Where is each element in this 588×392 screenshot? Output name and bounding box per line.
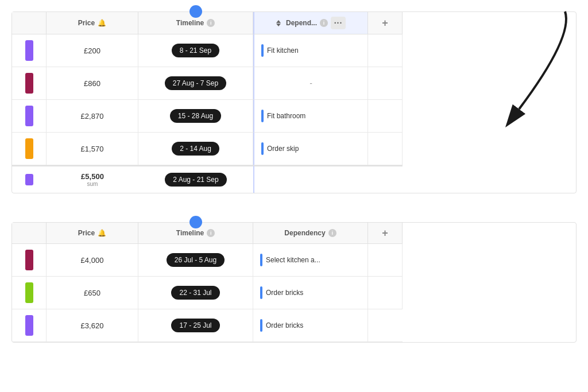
add-col-icon-1[interactable]: + [380, 17, 391, 29]
summary-price-1: £5,500 sum [47, 165, 138, 193]
sort-down-1 [194, 12, 198, 15]
row2-empty-1 [368, 67, 403, 100]
s2-dep-text-row3: Order bricks [266, 321, 303, 329]
row4-color-1 [12, 133, 47, 165]
color-swatch-row4-1 [25, 138, 33, 159]
s2-row1-timeline: 26 Jul - 5 Aug [138, 244, 253, 277]
dep-sort-indicator-1 [276, 20, 281, 26]
table-container-2: Price 🔔 Timeline i Dependency i + [11, 222, 577, 343]
row4-timeline-1: 2 - 14 Aug [138, 133, 253, 165]
dep-text-row1-1: Fit kitchen [267, 46, 299, 55]
row2-timeline-1: 27 Aug - 7 Sep [138, 67, 253, 100]
row4-empty-1 [368, 133, 403, 165]
sort-up-2 [194, 219, 198, 222]
dep-bar-row3-1 [261, 110, 264, 122]
row3-empty-1 [368, 100, 403, 133]
row3-color-1 [12, 100, 47, 133]
summary-timeline-pill-1: 2 Aug - 21 Sep [165, 173, 226, 187]
depends-more-icon-1[interactable]: ··· [331, 17, 346, 29]
timeline-pill-row3-1: 15 - 28 Aug [170, 109, 221, 123]
sort-down-2 [194, 223, 198, 226]
s2-row1-empty [368, 244, 403, 277]
row1-color-1 [12, 34, 47, 67]
price-bell-icon-1: 🔔 [98, 19, 106, 27]
price-value-row1-1: £200 [84, 46, 100, 55]
depends-label-1: Depend... [286, 19, 317, 27]
s2-dep-bar-row2 [260, 286, 262, 299]
s2-timeline-pill-row3: 17 - 25 Jul [171, 319, 219, 332]
row2-color-1 [12, 67, 47, 100]
header-add-col-2: + [368, 223, 403, 244]
row1-dep-1: Fit kitchen [253, 34, 368, 67]
s2-row3-dep: Order bricks [253, 309, 368, 342]
s2-color-swatch-row3 [25, 315, 33, 336]
row1-empty-1 [368, 34, 403, 67]
s2-row2-empty [368, 277, 403, 309]
s2-row2-price: £650 [47, 277, 138, 309]
depends-label-2: Dependency [284, 229, 325, 237]
row2-price-1: £860 [47, 67, 138, 100]
s2-row3-timeline: 17 - 25 Jul [138, 309, 253, 342]
row4-dep-1: Order skip [253, 133, 368, 165]
s2-row3-price: £3,620 [47, 309, 138, 342]
dep-bar-row4-1 [261, 142, 264, 155]
row3-timeline-1: 15 - 28 Aug [138, 100, 253, 133]
summary-dep-1 [253, 165, 368, 193]
timeline-info-icon-1[interactable]: i [207, 19, 215, 27]
section-gap [11, 211, 577, 222]
s2-row1-price: £4,000 [47, 244, 138, 277]
summary-swatch-1 [25, 174, 33, 185]
s2-row1-dep: Select kitchen a... [253, 244, 368, 277]
timeline-label-1: Timeline [176, 19, 204, 27]
timeline-sort-circle-2[interactable] [189, 216, 202, 228]
row4-price-1: £1,570 [47, 133, 138, 165]
timeline-info-icon-2[interactable]: i [207, 229, 215, 237]
s2-row3-color [12, 309, 47, 342]
dep-sort-down-1 [276, 24, 281, 26]
price-value-row3-1: £2,870 [81, 112, 104, 121]
timeline-pill-row4-1: 2 - 14 Aug [172, 142, 219, 156]
table-grid-2: Price 🔔 Timeline i Dependency i + [12, 223, 576, 342]
dep-dash-row2-1: - [310, 79, 312, 88]
table-section-1: Price 🔔 Timeline i Depend... [11, 11, 577, 193]
s2-price-value-row3: £3,620 [81, 321, 104, 330]
header-timeline-col-1: Timeline i [138, 12, 253, 34]
dep-sort-up-1 [276, 20, 281, 23]
row1-timeline-1: 8 - 21 Sep [138, 34, 253, 67]
header-timeline-col-2: Timeline i [138, 223, 253, 244]
s2-color-swatch-row1 [25, 250, 33, 270]
depends-info-icon-2[interactable]: i [328, 229, 336, 237]
s2-price-value-row2: £650 [84, 289, 100, 297]
header-depends-col-2: Dependency i [253, 223, 368, 244]
header-add-col-1: + [368, 12, 403, 34]
s2-dep-text-row2: Order bricks [266, 289, 303, 297]
s2-row2-color [12, 277, 47, 309]
timeline-pill-row2-1: 27 Aug - 7 Sep [165, 76, 226, 90]
table-section-2: Price 🔔 Timeline i Dependency i + [11, 222, 577, 343]
row1-price-1: £200 [47, 34, 138, 67]
summary-color-1 [12, 165, 47, 193]
add-col-icon-2[interactable]: + [380, 227, 391, 239]
table-grid-1: Price 🔔 Timeline i Depend... [12, 12, 576, 193]
summary-price-val-1: £5,500 sum [81, 172, 104, 187]
row3-price-1: £2,870 [47, 100, 138, 133]
summary-timeline-1: 2 Aug - 21 Sep [138, 165, 253, 193]
header-color-col-2 [12, 223, 47, 244]
timeline-label-2: Timeline [176, 229, 204, 237]
timeline-sort-circle-1[interactable] [189, 5, 202, 18]
price-label-2: Price [78, 229, 95, 237]
sort-indicator-2 [194, 219, 198, 226]
row3-dep-1: Fit bathroom [253, 100, 368, 133]
dep-text-row3-1: Fit bathroom [267, 112, 305, 120]
price-value-row2-1: £860 [84, 79, 100, 88]
row2-dep-1: - [253, 67, 368, 100]
s2-timeline-pill-row2: 22 - 31 Jul [171, 286, 219, 300]
header-depends-col-1: Depend... i ··· [253, 12, 368, 34]
price-bell-icon-2: 🔔 [98, 229, 106, 237]
dep-text-row4-1: Order skip [267, 145, 299, 153]
s2-timeline-pill-row1: 26 Jul - 5 Aug [167, 253, 225, 267]
depends-info-icon-1[interactable]: i [320, 19, 328, 27]
s2-dep-text-row1: Select kitchen a... [266, 256, 320, 264]
header-price-col-2: Price 🔔 [47, 223, 138, 244]
color-swatch-row2-1 [25, 73, 33, 94]
